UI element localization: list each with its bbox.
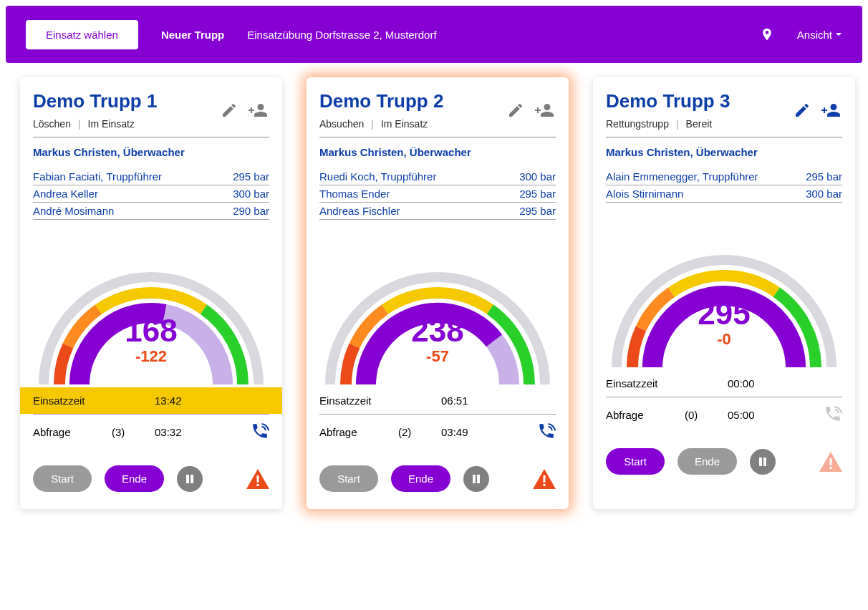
header-divider xyxy=(319,137,556,137)
abfrage-label: Abfrage xyxy=(606,409,685,421)
member-row: Ruedi Koch, Truppführer 300 bar xyxy=(319,168,556,185)
view-select[interactable]: Ansicht xyxy=(797,29,842,41)
new-team-link[interactable]: Neuer Trupp xyxy=(161,29,224,41)
card-title: Demo Trupp 1 xyxy=(33,90,221,112)
meta-separator: | xyxy=(371,118,374,130)
abfrage-label: Abfrage xyxy=(319,426,398,438)
member-name: Thomas Ender xyxy=(319,188,390,200)
member-row: Alain Emmenegger, Truppführer 295 bar xyxy=(606,168,842,185)
warning-icon xyxy=(819,452,842,472)
abfrage-time: 03:49 xyxy=(441,426,484,438)
member-name: Alain Emmenegger, Truppführer xyxy=(606,170,758,183)
svg-rect-11 xyxy=(830,467,832,469)
end-button[interactable]: Ende xyxy=(105,465,164,492)
warning-icon[interactable] xyxy=(246,469,269,489)
svg-rect-1 xyxy=(191,475,193,483)
einsatzzeit-value: 00:00 xyxy=(728,377,771,389)
location-pin-icon[interactable] xyxy=(760,27,774,42)
start-button[interactable]: Start xyxy=(606,448,665,475)
select-mission-button[interactable]: Einsatz wählen xyxy=(26,20,138,49)
abfrage-count: (2) xyxy=(398,426,441,438)
svg-rect-6 xyxy=(544,475,546,483)
svg-rect-2 xyxy=(257,475,259,483)
edit-icon[interactable] xyxy=(507,102,524,119)
einsatzzeit-label: Einsatzzeit xyxy=(33,394,112,407)
member-row: André Mosimann 290 bar xyxy=(33,203,269,220)
svg-rect-7 xyxy=(544,484,546,486)
start-button: Start xyxy=(33,465,92,492)
team-card: Demo Trupp 2 Absuchen | Im Einsatz Marku… xyxy=(307,77,569,509)
add-member-icon[interactable] xyxy=(246,100,269,120)
team-card: Demo Trupp 1 Löschen | Im Einsatz Markus… xyxy=(20,77,282,509)
gauge-value: 238 xyxy=(319,314,556,347)
member-name: Andreas Fischler xyxy=(319,205,400,217)
member-pressure: 295 bar xyxy=(233,170,269,183)
pressure-gauge: 168 -122 xyxy=(33,263,269,392)
member-pressure: 300 bar xyxy=(233,188,269,200)
end-button[interactable]: Ende xyxy=(391,465,450,492)
svg-rect-4 xyxy=(473,475,476,483)
cards-container: Demo Trupp 1 Löschen | Im Einsatz Markus… xyxy=(0,69,868,518)
supervisor: Markus Christen, Überwacher xyxy=(319,146,556,158)
abfrage-label: Abfrage xyxy=(33,426,112,438)
abfrage-count: (0) xyxy=(685,409,728,421)
member-pressure: 295 bar xyxy=(519,205,556,217)
gauge-delta: -0 xyxy=(606,330,842,349)
pause-button[interactable] xyxy=(463,466,489,492)
einsatzzeit-label: Einsatzzeit xyxy=(319,394,398,407)
warning-icon[interactable] xyxy=(533,469,556,489)
member-pressure: 300 bar xyxy=(806,188,842,200)
member-pressure: 300 bar xyxy=(519,170,556,183)
phone-icon[interactable] xyxy=(251,422,269,442)
member-name: André Mosimann xyxy=(33,205,114,217)
top-navbar: Einsatz wählen Neuer Trupp Einsatzübung … xyxy=(6,6,862,63)
abfrage-count: (3) xyxy=(112,426,155,438)
svg-rect-9 xyxy=(763,458,766,466)
abfrage-row: Abfrage (2) 03:49 xyxy=(307,415,569,450)
team-card: Demo Trupp 3 Rettungstrupp | Bereit Mark… xyxy=(593,77,855,509)
svg-rect-3 xyxy=(257,484,259,486)
member-pressure: 295 bar xyxy=(806,170,842,183)
card-task: Rettungstrupp xyxy=(606,118,669,130)
member-pressure: 290 bar xyxy=(233,205,269,217)
header-divider xyxy=(33,137,269,137)
add-member-icon[interactable] xyxy=(533,100,556,120)
card-task: Löschen xyxy=(33,118,71,130)
member-row: Thomas Ender 295 bar xyxy=(319,185,556,203)
gauge-delta: -122 xyxy=(33,347,269,366)
member-row: Andrea Keller 300 bar xyxy=(33,185,269,203)
card-task: Absuchen xyxy=(319,118,364,130)
view-select-label: Ansicht xyxy=(797,29,832,41)
phone-icon[interactable] xyxy=(537,422,556,442)
card-title: Demo Trupp 2 xyxy=(319,90,507,112)
gauge-delta: -57 xyxy=(319,347,556,366)
member-row: Andreas Fischler 295 bar xyxy=(319,203,556,220)
gauge-value: 295 xyxy=(606,297,842,330)
member-row: Alois Stirnimann 300 bar xyxy=(606,185,842,203)
meta-separator: | xyxy=(78,118,81,130)
card-status: Im Einsatz xyxy=(88,118,135,130)
mission-title: Einsatzübung Dorfstrasse 2, Musterdorf xyxy=(247,29,436,41)
supervisor: Markus Christen, Überwacher xyxy=(33,146,269,158)
end-button: Ende xyxy=(677,448,737,475)
einsatzzeit-value: 06:51 xyxy=(441,394,484,407)
pause-button[interactable] xyxy=(750,449,776,475)
svg-rect-10 xyxy=(830,458,832,465)
edit-icon[interactable] xyxy=(221,102,238,119)
edit-icon[interactable] xyxy=(794,102,811,119)
pause-button[interactable] xyxy=(177,466,203,492)
svg-rect-0 xyxy=(186,475,189,483)
phone-icon xyxy=(824,405,842,425)
card-status: Im Einsatz xyxy=(381,118,428,130)
chevron-down-icon xyxy=(835,31,842,38)
header-divider xyxy=(606,137,842,137)
add-member-icon[interactable] xyxy=(819,100,842,120)
abfrage-row: Abfrage (0) 05:00 xyxy=(593,397,855,432)
abfrage-row: Abfrage (3) 03:32 xyxy=(20,415,282,450)
member-name: Ruedi Koch, Truppführer xyxy=(319,170,436,183)
abfrage-time: 03:32 xyxy=(155,426,198,438)
member-name: Andrea Keller xyxy=(33,188,98,200)
member-name: Fabian Faciati, Truppführer xyxy=(33,170,162,183)
svg-rect-5 xyxy=(477,475,480,483)
pressure-gauge: 238 -57 xyxy=(319,263,556,392)
